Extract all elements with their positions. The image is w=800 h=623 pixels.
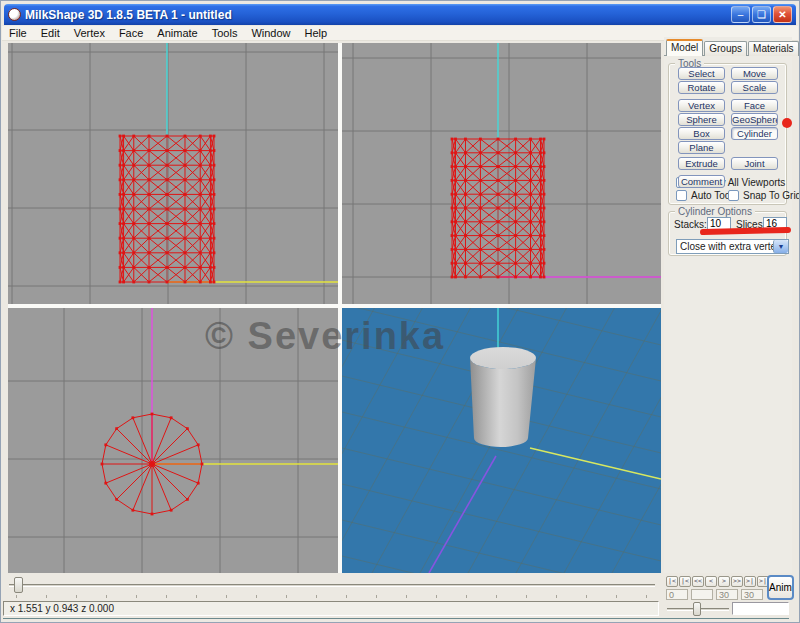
timeline-tick	[616, 595, 617, 598]
tool-button-scale[interactable]: Scale	[731, 81, 778, 94]
timeline-tick	[166, 595, 167, 598]
tool-button-select[interactable]: Select	[678, 67, 725, 80]
vcr-button-7[interactable]: >|	[744, 576, 756, 587]
frame-field-4[interactable]: 30	[741, 589, 763, 600]
timeline-tick	[196, 595, 197, 598]
panel-tabs: ModelGroupsMaterialsJoints	[666, 39, 790, 56]
animation-controls: |<|<<<<>>>>|>| 03030 Anim	[664, 573, 796, 619]
tool-button-face[interactable]: Face	[731, 99, 778, 112]
tab-groups[interactable]: Groups	[704, 41, 747, 56]
timeline-slider-track[interactable]	[9, 584, 655, 587]
vcr-button-6[interactable]: >>	[731, 576, 743, 587]
timeline-tick	[496, 595, 497, 598]
menu-item-edit[interactable]: Edit	[34, 26, 67, 41]
timeline-tick	[556, 595, 557, 598]
timeline-tick	[436, 595, 437, 598]
tool-button-plane[interactable]: Plane	[678, 141, 725, 154]
chevron-down-icon: ▼	[773, 240, 788, 253]
vcr-button-4[interactable]: <	[705, 576, 717, 587]
anim-value-field	[732, 602, 789, 615]
window-bottom-edge	[3, 618, 789, 619]
timeline-tick	[376, 595, 377, 598]
tool-button-extrude[interactable]: Extrude	[678, 157, 725, 170]
app-window: MilkShape 3D 1.8.5 BETA 1 - untitled – ❏…	[0, 0, 800, 623]
app-icon	[8, 8, 21, 21]
menu-item-vertex[interactable]: Vertex	[67, 26, 112, 41]
timeline-tick	[586, 595, 587, 598]
menu-item-animate[interactable]: Animate	[150, 26, 204, 41]
frame-fields: 03030	[666, 589, 763, 600]
timeline-tick	[316, 595, 317, 598]
timeline-slider-thumb[interactable]	[14, 577, 23, 593]
caption-buttons: – ❏ ✕	[731, 6, 792, 23]
vcr-button-3[interactable]: <<	[692, 576, 704, 587]
close-mode-select[interactable]: Close with extra vertex ▼	[676, 239, 789, 254]
tab-materials[interactable]: Materials	[748, 41, 799, 56]
restore-button[interactable]: ❏	[752, 6, 771, 23]
timeline-tick	[226, 595, 227, 598]
menu-item-tools[interactable]: Tools	[205, 26, 245, 41]
status-bar: x 1.551 y 0.943 z 0.000	[3, 601, 659, 616]
vcr-button-1[interactable]: |<	[666, 576, 678, 587]
vcr-button-2[interactable]: |<	[679, 576, 691, 587]
tool-button-vertex[interactable]: Vertex	[678, 99, 725, 112]
timeline-tick	[646, 595, 647, 598]
tool-button-box[interactable]: Box	[678, 127, 725, 140]
viewport-front[interactable]	[8, 43, 338, 304]
frame-field-1[interactable]: 0	[666, 589, 688, 600]
viewport-side[interactable]	[342, 43, 661, 304]
vcr-buttons: |<|<<<<>>>>|>|	[666, 576, 769, 587]
annotation-red-dot	[782, 118, 792, 128]
frame-field-3[interactable]: 30	[716, 589, 738, 600]
tool-button-sphere[interactable]: Sphere	[678, 113, 725, 126]
close-button[interactable]: ✕	[773, 6, 792, 23]
side-view-canvas	[342, 43, 661, 304]
front-view-canvas	[8, 43, 338, 304]
watermark: © Severinka	[205, 315, 445, 358]
title-bar[interactable]: MilkShape 3D 1.8.5 BETA 1 - untitled – ❏…	[4, 4, 796, 25]
coordinates-readout: x 1.551 y 0.943 z 0.000	[10, 603, 114, 614]
tool-button-rotate[interactable]: Rotate	[678, 81, 725, 94]
menu-item-face[interactable]: Face	[112, 26, 150, 41]
side-panel: ModelGroupsMaterialsJoints Tools ✓ Redra…	[664, 37, 792, 573]
tool-button-cylinder[interactable]: Cylinder	[731, 127, 778, 140]
window-title: MilkShape 3D 1.8.5 BETA 1 - untitled	[25, 8, 731, 22]
tool-button-move[interactable]: Move	[731, 67, 778, 80]
timeline-tick	[406, 595, 407, 598]
menu-item-file[interactable]: File	[2, 26, 34, 41]
timeline-tick	[76, 595, 77, 598]
timeline-area	[3, 573, 659, 600]
anim-button[interactable]: Anim	[767, 575, 794, 600]
close-mode-value: Close with extra vertex	[677, 241, 773, 252]
anim-mini-slider-thumb[interactable]	[693, 602, 701, 616]
timeline-tick	[526, 595, 527, 598]
vcr-button-5[interactable]: >	[718, 576, 730, 587]
timeline-ticks	[3, 595, 659, 599]
timeline-tick	[106, 595, 107, 598]
tab-model[interactable]: Model	[666, 39, 703, 56]
timeline-tick	[286, 595, 287, 598]
timeline-tick	[136, 595, 137, 598]
menu-item-window[interactable]: Window	[244, 26, 297, 41]
minimize-button[interactable]: –	[731, 6, 750, 23]
timeline-tick	[46, 595, 47, 598]
tool-button-comment[interactable]: Comment	[678, 175, 725, 188]
timeline-tick	[466, 595, 467, 598]
timeline-tick	[16, 595, 17, 598]
timeline-tick	[346, 595, 347, 598]
timeline-tick	[256, 595, 257, 598]
menu-item-help[interactable]: Help	[298, 26, 335, 41]
tool-button-geosphere[interactable]: GeoSphere	[731, 113, 778, 126]
frame-field-2[interactable]	[691, 589, 713, 600]
tool-button-joint[interactable]: Joint	[731, 157, 778, 170]
